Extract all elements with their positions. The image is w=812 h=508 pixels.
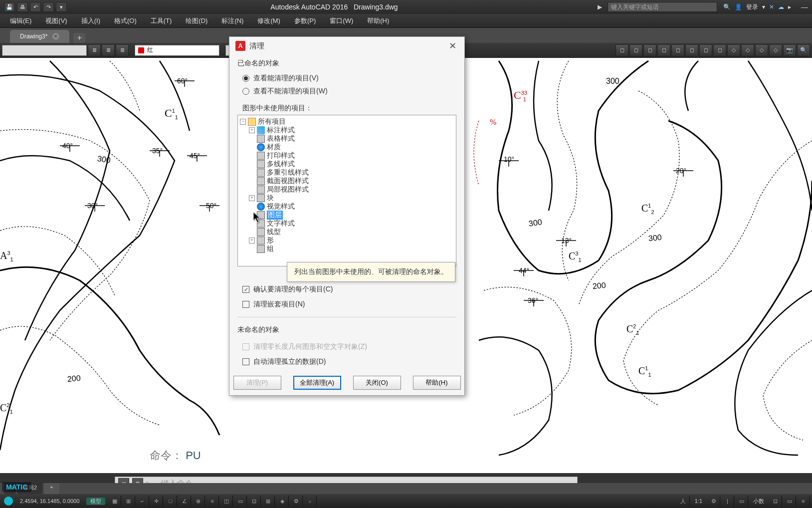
radio-view-purgeable[interactable]: 查看能清理的项目(V) <box>242 74 456 83</box>
menu-draw[interactable]: 绘图(D) <box>179 14 214 27</box>
dialog-titlebar[interactable]: A 清理 ✕ <box>229 37 464 55</box>
qp-icon[interactable]: ▭ <box>234 496 247 507</box>
tree-item-group[interactable]: 组 <box>249 245 454 253</box>
layer-dropdown[interactable] <box>2 45 87 56</box>
trans-icon[interactable]: ◫ <box>220 496 233 507</box>
view-cube-icon[interactable]: ◻ <box>699 44 712 56</box>
close-icon[interactable]: ✕ <box>446 40 458 52</box>
grid-icon[interactable]: ▦ <box>108 496 121 507</box>
tree-root[interactable]: −所有项目 <box>240 117 454 126</box>
tree-item-textstyle[interactable]: 文字样式 <box>249 219 454 228</box>
view-cube-icon[interactable]: ◻ <box>713 44 726 56</box>
view-diamond-icon[interactable]: ◇ <box>727 44 740 56</box>
menu-dimension[interactable]: 标注(N) <box>214 14 250 27</box>
view-diamond-icon[interactable]: ◇ <box>769 44 782 56</box>
menu-tools[interactable]: 工具(T) <box>144 14 179 27</box>
snap-icon[interactable]: ⊞ <box>122 496 135 507</box>
lwt-icon[interactable]: ≡ <box>206 496 219 507</box>
menu-view[interactable]: 视图(V) <box>38 14 74 27</box>
binoculars-icon[interactable]: 🔍 <box>723 3 731 10</box>
view-diamond-icon[interactable]: ◇ <box>755 44 768 56</box>
purge-all-button[interactable]: 全部清理(A) <box>293 376 341 390</box>
cloud-icon[interactable]: ☁ <box>778 3 784 10</box>
title-play-icon[interactable]: ▶ <box>598 3 608 10</box>
tree-item-detailstyle[interactable]: 局部视图样式 <box>249 185 454 194</box>
tree-item-material[interactable]: 材质 <box>249 143 454 151</box>
exchange-icon[interactable]: ✕ <box>769 3 774 10</box>
help-search-input[interactable]: 键入关键字或短语 <box>608 2 717 12</box>
workspace-icon[interactable]: ⚙ <box>707 496 720 507</box>
annotation-scale-icon[interactable]: 人 <box>677 496 690 507</box>
view-cube-icon[interactable]: ◻ <box>643 44 656 56</box>
color-dropdown[interactable]: 红 <box>135 45 219 56</box>
user-icon[interactable]: 👤 <box>735 3 742 10</box>
more-icon[interactable]: ▸ <box>788 3 791 10</box>
record-icon[interactable] <box>4 497 13 506</box>
layer-states-icon[interactable]: ≣ <box>88 44 101 56</box>
customize-icon[interactable]: ⊡ <box>769 496 782 507</box>
iso-icon[interactable]: ⬦ <box>304 496 317 507</box>
check-orphan-data[interactable]: 自动清理孤立的数据(D) <box>242 357 456 366</box>
view-cube-icon[interactable]: ◻ <box>615 44 628 56</box>
document-tab-active[interactable]: Drawing3* ✕ <box>10 30 69 43</box>
help-button[interactable]: 帮助(H) <box>413 376 461 390</box>
view-cube-icon[interactable]: ◻ <box>671 44 684 56</box>
purge-button[interactable]: 清理(P) <box>233 376 281 390</box>
scale-display[interactable]: 1:1 <box>691 498 706 504</box>
menu-format[interactable]: 格式(O) <box>107 14 144 27</box>
view-cube-icon[interactable]: ◻ <box>629 44 642 56</box>
tree-item-blocks[interactable]: +块 <box>249 194 454 202</box>
osnap-icon[interactable]: □ <box>164 496 177 507</box>
camera-icon[interactable]: 📷 <box>783 44 796 56</box>
layer-prev-icon[interactable]: ≣ <box>116 44 129 56</box>
ann-icon[interactable]: ⊞ <box>262 496 275 507</box>
menu-parametric[interactable]: 参数(P) <box>287 14 323 27</box>
qat-redo-icon[interactable]: ↷ <box>43 2 54 12</box>
check-nested[interactable]: 清理嵌套项目(N) <box>242 300 456 309</box>
tree-item-mleaderstyle[interactable]: 多重引线样式 <box>249 168 454 177</box>
tree-item-sectionstyle[interactable]: 截面视图样式 <box>249 177 454 185</box>
qat-save-icon[interactable]: 💾 <box>4 2 15 12</box>
menu-window[interactable]: 窗口(W) <box>323 14 360 27</box>
tree-item-linetype[interactable]: 线型 <box>249 228 454 236</box>
dropdown-icon[interactable]: ▾ <box>762 3 765 10</box>
am-icon[interactable]: ◈ <box>276 496 289 507</box>
menu-insert[interactable]: 插入(I) <box>74 14 107 27</box>
ortho-icon[interactable]: ⌐ <box>136 496 149 507</box>
units-icon[interactable]: ▭ <box>735 496 748 507</box>
model-space-button[interactable]: 模型 <box>86 498 105 505</box>
tree-item-shape[interactable]: +形 <box>249 236 454 245</box>
units-display[interactable]: 小数 <box>749 498 768 505</box>
tree-item-visualstyle[interactable]: 视觉样式 <box>249 202 454 211</box>
radio-view-nonpurgeable[interactable]: 查看不能清理的项目(W) <box>242 87 456 96</box>
close-tab-icon[interactable]: ✕ <box>52 33 59 40</box>
layer-iso-icon[interactable]: ≣ <box>102 44 115 56</box>
ws-icon[interactable]: ⚙ <box>290 496 303 507</box>
minimize-button[interactable]: — <box>797 2 812 12</box>
close-button[interactable]: 关闭(O) <box>353 376 401 390</box>
tree-item-layers[interactable]: 图层 <box>249 211 454 219</box>
menu-modify[interactable]: 修改(M) <box>250 14 287 27</box>
qat-undo-icon[interactable]: ↶ <box>30 2 41 12</box>
tree-item-plotstyle[interactable]: 打印样式 <box>249 151 454 160</box>
qat-print-icon[interactable]: 🖶 <box>17 2 28 12</box>
tree-item-mlinestyle[interactable]: 多线样式 <box>249 160 454 168</box>
view-diamond-icon[interactable]: ◇ <box>741 44 754 56</box>
new-tab-button[interactable]: + <box>73 33 85 43</box>
clean-icon[interactable]: ▭ <box>783 496 796 507</box>
otrack-icon[interactable]: ∠ <box>178 496 191 507</box>
menu-icon[interactable]: ≡ <box>797 496 810 507</box>
menu-edit[interactable]: 编辑(E) <box>3 14 38 27</box>
polar-icon[interactable]: ✛ <box>150 496 163 507</box>
view-cube-icon[interactable]: ◻ <box>685 44 698 56</box>
coordinates-display[interactable]: 2.4594, 16.1485, 0.0000 <box>16 498 83 504</box>
sc-icon[interactable]: ⊡ <box>248 496 261 507</box>
tree-item-tablestyle[interactable]: 表格样式 <box>249 134 454 143</box>
check-confirm-each[interactable]: 确认要清理的每个项目(C) <box>242 285 456 294</box>
view-cube-icon[interactable]: ◻ <box>657 44 670 56</box>
tree-item-dimstyle[interactable]: +标注样式 <box>249 126 454 134</box>
dyn-icon[interactable]: ⊕ <box>192 496 205 507</box>
add-layout-button[interactable]: + <box>44 483 59 494</box>
qat-more-icon[interactable]: ▾ <box>56 2 67 12</box>
menu-help[interactable]: 帮助(H) <box>360 14 396 27</box>
